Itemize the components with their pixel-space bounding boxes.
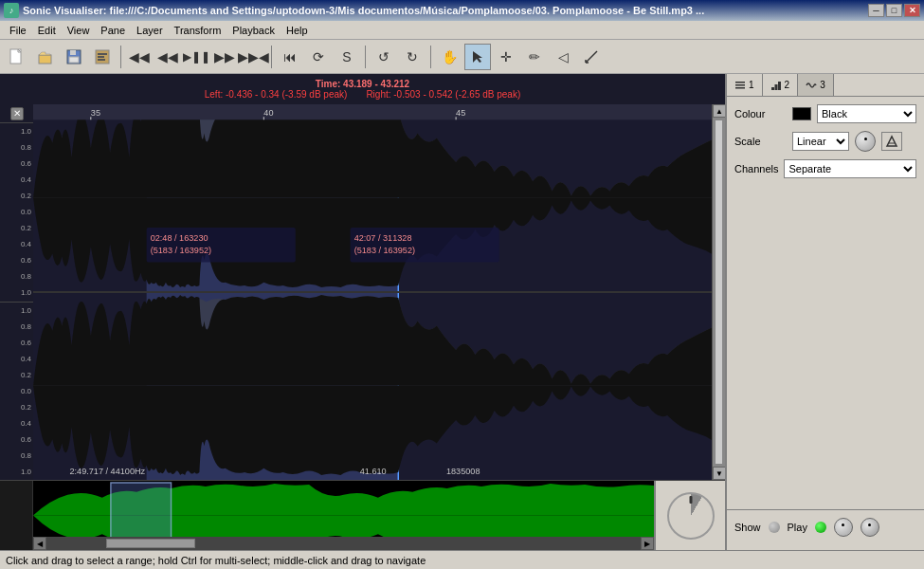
- svg-rect-43: [735, 87, 745, 89]
- svg-rect-42: [735, 84, 745, 86]
- window-title: Sonic Visualiser: file:///C:/Documents a…: [23, 5, 868, 16]
- hscroll-right-btn[interactable]: ▶: [641, 537, 654, 550]
- prev-btn[interactable]: ◀◀: [126, 44, 153, 70]
- hscroll-left-btn[interactable]: ◀: [33, 537, 46, 550]
- status-text: Click and drag to select a range; hold C…: [6, 555, 426, 566]
- vertical-scrollbar[interactable]: ▲ ▼: [712, 104, 725, 480]
- scale-control-row: Scale Linear dB Log: [734, 131, 916, 152]
- wave-info-bar: Time: 43.189 - 43.212 Left: -0.436 - 0.3…: [0, 74, 725, 104]
- menu-playback[interactable]: Playback: [226, 23, 281, 38]
- menu-layer[interactable]: Layer: [131, 23, 169, 38]
- menu-file[interactable]: File: [4, 23, 32, 38]
- menu-help[interactable]: Help: [281, 23, 314, 38]
- horizontal-scrollbar[interactable]: ◀ ▶: [33, 537, 654, 550]
- menu-pane[interactable]: Pane: [95, 23, 131, 38]
- menu-view[interactable]: View: [62, 23, 96, 38]
- overview-panel: ◀ ▶: [0, 480, 725, 550]
- show-led[interactable]: [769, 522, 780, 533]
- waveform-svg-container[interactable]: 35 40 45 02:48 / 163230 (5183 / 163952) …: [33, 104, 725, 480]
- right-channel-info: Right: -0.503 - 0.542 (-2.65 dB peak): [366, 89, 520, 100]
- move-btn[interactable]: ✛: [493, 44, 519, 70]
- minimize-button[interactable]: ─: [868, 4, 884, 17]
- svg-text:2:49.717 / 44100Hz: 2:49.717 / 44100Hz: [70, 467, 146, 476]
- save-btn[interactable]: [61, 44, 87, 70]
- layer-tab-1[interactable]: 1: [727, 74, 763, 96]
- hscroll-track[interactable]: [46, 538, 641, 549]
- scale-select[interactable]: Linear dB Log: [792, 132, 849, 151]
- rewind-btn[interactable]: ◀◀: [154, 44, 181, 70]
- play-led[interactable]: [815, 522, 826, 533]
- right-panel: 1 2 3 Colour Black White Red Blue: [725, 74, 924, 550]
- channels-label: Channels: [734, 163, 778, 174]
- svg-text:(5183 / 163952): (5183 / 163952): [151, 246, 211, 255]
- record-start-btn[interactable]: ⏮: [277, 44, 303, 70]
- undo-btn[interactable]: ↺: [371, 44, 397, 70]
- vscroll-up-btn[interactable]: ▲: [713, 104, 725, 118]
- erase-btn[interactable]: ◁: [550, 44, 576, 70]
- next-btn[interactable]: ▶▶◀: [240, 44, 266, 70]
- loop-btn[interactable]: ⟳: [305, 44, 332, 70]
- svg-rect-23: [33, 104, 725, 119]
- svg-rect-44: [771, 87, 774, 90]
- y-labels-top: 1.00.80.60.40.20.00.20.40.60.81.0: [0, 123, 33, 302]
- status-bar: Click and drag to select a range; hold C…: [0, 550, 924, 569]
- title-bar: ♪ Sonic Visualiser: file:///C:/Documents…: [0, 0, 924, 21]
- pref-btn[interactable]: [89, 44, 116, 70]
- waveform-canvas[interactable]: ✕ 1.00.80.60.40.20.00.20.40.60.81.0 1.00…: [0, 104, 725, 480]
- maximize-button[interactable]: □: [886, 4, 902, 17]
- select-btn[interactable]: [464, 44, 491, 70]
- scale-knob[interactable]: [855, 131, 876, 152]
- svg-text:42:07 / 311328: 42:07 / 311328: [354, 233, 412, 243]
- colour-swatch: [792, 107, 811, 120]
- new-btn[interactable]: [4, 44, 30, 70]
- menu-transform[interactable]: Transform: [169, 23, 227, 38]
- zoom-knob[interactable]: [667, 492, 715, 540]
- layer-tab-3[interactable]: 3: [798, 74, 834, 96]
- vscroll-down-btn[interactable]: ▼: [713, 467, 725, 480]
- svg-rect-0: [10, 49, 21, 64]
- y-axis-panel: ✕ 1.00.80.60.40.20.00.20.40.60.81.0 1.00…: [0, 104, 33, 480]
- time-display: Time: 43.189 - 43.212: [316, 79, 409, 89]
- layer-tab-2[interactable]: 2: [763, 74, 799, 96]
- zoom-knob-indicator: [689, 496, 692, 504]
- play-knob-1[interactable]: [834, 518, 853, 537]
- overview-y-label: [0, 481, 33, 550]
- show-play-row: Show Play: [734, 518, 916, 537]
- channels-select[interactable]: Separate Mixed Left Only Right Only: [784, 159, 916, 178]
- redo-btn[interactable]: ↻: [399, 44, 426, 70]
- close-button[interactable]: ✕: [904, 4, 920, 17]
- waveform-svg[interactable]: 35 40 45 02:48 / 163230 (5183 / 163952) …: [33, 104, 725, 480]
- play-pause-btn[interactable]: ▶❚❚: [183, 44, 209, 70]
- zoom-area: [654, 481, 725, 550]
- hand-btn[interactable]: ✋: [436, 44, 462, 70]
- svg-text:1835008: 1835008: [446, 467, 480, 476]
- measure-btn[interactable]: [578, 44, 605, 70]
- svg-text:40: 40: [263, 108, 273, 118]
- app-icon: ♪: [4, 3, 19, 18]
- overview-waveform[interactable]: ◀ ▶: [33, 481, 654, 550]
- channels-control-row: Channels Separate Mixed Left Only Right …: [734, 159, 916, 178]
- toolbar-separator-2: [271, 46, 272, 68]
- window-controls: ─ □ ✕: [868, 4, 920, 17]
- vscroll-thumb[interactable]: [715, 119, 723, 465]
- svg-rect-46: [778, 82, 781, 90]
- draw-btn[interactable]: ✏: [521, 44, 548, 70]
- svg-text:45: 45: [456, 108, 465, 118]
- close-pane-btn[interactable]: ✕: [10, 107, 24, 120]
- play-knob-2[interactable]: [861, 518, 879, 537]
- colour-select[interactable]: Black White Red Blue Green: [817, 104, 916, 123]
- svg-text:(5183 / 163952): (5183 / 163952): [354, 246, 415, 255]
- waveform-area: Time: 43.189 - 43.212 Left: -0.436 - 0.3…: [0, 74, 725, 550]
- fast-fwd-btn[interactable]: ▶▶: [211, 44, 238, 70]
- toolbar-separator-4: [430, 46, 431, 68]
- scroll-btn[interactable]: S: [334, 44, 360, 70]
- svg-rect-45: [774, 84, 777, 90]
- main-area: Time: 43.189 - 43.212 Left: -0.436 - 0.3…: [0, 74, 924, 550]
- scale-icon-btn[interactable]: [881, 132, 902, 151]
- open-btn[interactable]: [32, 44, 59, 70]
- svg-rect-3: [39, 55, 51, 64]
- svg-text:41.610: 41.610: [360, 467, 387, 476]
- hscroll-thumb[interactable]: [106, 539, 195, 548]
- y-labels-bottom: 1.00.80.60.40.20.00.20.40.60.81.0: [0, 303, 33, 481]
- menu-edit[interactable]: Edit: [32, 23, 62, 38]
